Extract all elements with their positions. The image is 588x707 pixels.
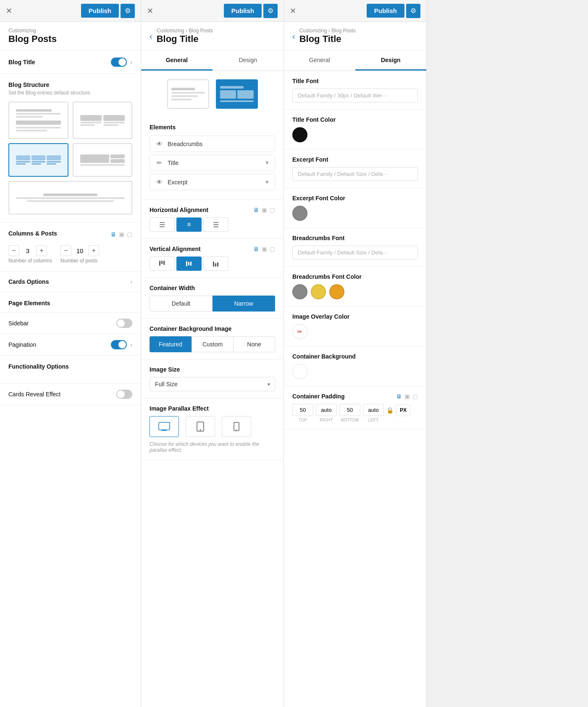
element-title[interactable]: ✏ Title ▼ [150,154,275,171]
parallax-mobile-button[interactable] [222,416,251,437]
panel-1-gear-button[interactable]: ⚙ [121,4,135,18]
excerpt-font-control[interactable]: Default Family / Default Size / Defa··· [292,167,418,181]
padding-mobile-icon[interactable]: ▢ [412,393,418,400]
panel-3-close-icon[interactable]: ✕ [290,7,296,15]
panel-3-publish-button[interactable]: Publish [367,4,404,18]
structure-card-magazine[interactable] [73,143,133,177]
svg-rect-2 [163,261,165,265]
excerpt-color-swatch[interactable] [292,206,307,221]
bg-custom-button[interactable]: Custom [192,336,234,352]
layout-option-list[interactable] [167,79,209,109]
structure-card-wide[interactable] [8,181,132,215]
breadcrumbs-color-swatch-3[interactable] [329,284,344,299]
padding-tablet-icon[interactable]: ▣ [404,393,410,400]
panel-2-breadcrumb: Customizing › Blog Posts [157,28,213,34]
panel-2-close-icon[interactable]: ✕ [147,7,153,15]
panel-2-publish-button[interactable]: Publish [224,4,262,18]
h-align-center-button[interactable]: ≡ [176,217,202,232]
padding-top-input[interactable] [292,404,313,416]
panel-2-back-icon[interactable]: ‹ [150,31,152,41]
element-breadcrumbs[interactable]: 👁 Breadcrumbs [150,136,275,152]
v-align-device-icons: 🖥 ▣ ▢ [253,246,275,252]
padding-right-input[interactable] [316,404,337,416]
cw-default-button[interactable]: Default [150,296,213,312]
structure-card-three-col[interactable] [8,143,68,177]
breadcrumbs-name: Breadcrumbs [168,141,270,147]
tab-design[interactable]: Design [213,51,284,71]
desktop-icon[interactable]: 🖥 [110,231,116,238]
h-align-right-button[interactable]: ☰ [203,217,228,232]
h-align-left-button[interactable]: ☰ [150,217,175,232]
excerpt-font-color-section: Excerpt Font Color [284,188,426,228]
mobile-icon[interactable]: ▢ [127,231,132,238]
v-align-bottom-button[interactable] [203,257,228,271]
breadcrumbs-color-swatch-1[interactable] [292,284,307,299]
tab-general[interactable]: General [141,51,213,71]
image-size-select[interactable]: Full Size Large Medium Thumbnail [150,377,275,391]
padding-lock-icon[interactable]: 🔒 [386,407,394,414]
parallax-tablet-button[interactable] [186,416,215,437]
columns-posts-controls: − 3 + Number of columns − 10 + Number of… [8,242,132,264]
bg-none-button[interactable]: None [234,336,275,352]
h-align-tablet-icon[interactable]: ▣ [262,207,267,213]
v-align-desktop-icon[interactable]: 🖥 [253,246,259,252]
title-font-label: Title Font [292,78,418,84]
parallax-desktop-button[interactable] [150,416,179,437]
layout-option-grid[interactable] [216,79,258,109]
tablet-icon[interactable]: ▣ [119,231,124,238]
panel-1-close-icon[interactable]: ✕ [6,7,12,15]
tab-3-general[interactable]: General [284,51,355,71]
panel-3-back-icon[interactable]: ‹ [292,31,295,41]
breadcrumbs-color-swatch-2[interactable] [311,284,326,299]
blog-title-chevron[interactable]: › [130,59,132,65]
element-excerpt[interactable]: 👁 Excerpt ▼ [150,174,275,190]
posts-decrement[interactable]: − [60,245,71,256]
cards-reveal-row: Cards Reveal Effect [0,384,141,405]
v-align-middle-button[interactable] [176,257,202,271]
image-parallax-label: Image Parallax Effect [150,405,275,412]
cards-options-row[interactable]: Cards Options › [0,272,141,292]
cw-narrow-button[interactable]: Narrow [213,296,275,312]
pagination-toggle[interactable] [111,340,127,349]
structure-preview-three-col [13,153,63,167]
title-name: Title [168,160,260,166]
posts-increment[interactable]: + [88,245,99,256]
pagination-chevron[interactable]: › [130,341,132,348]
padding-bottom-input[interactable] [339,404,360,416]
panel-2-gear-button[interactable]: ⚙ [263,4,278,18]
sidebar-toggle[interactable] [116,319,132,328]
title-font-control[interactable]: Default Family / 30px / Default Wei··· [292,89,418,102]
structure-card-list[interactable] [8,102,68,139]
v-align-tablet-icon[interactable]: ▣ [262,246,267,252]
image-overlay-color-row: ✏ [292,324,418,339]
tab-3-design[interactable]: Design [355,51,427,71]
elements-section: Elements 👁 Breadcrumbs ✏ Title ▼ 👁 Excer… [141,117,284,200]
vertical-alignment-section: Vertical Alignment 🖥 ▣ ▢ [141,239,284,278]
structure-card-two-col[interactable] [73,102,133,139]
title-color-swatch[interactable] [292,127,307,142]
v-align-mobile-icon[interactable]: ▢ [270,246,275,252]
blog-structure-section: Blog Structure Set the Blog entries defa… [0,74,141,223]
svg-point-12 [200,429,201,431]
padding-left-input[interactable] [363,404,384,416]
title-font-section: Title Font Default Family / 30px / Defau… [284,71,426,110]
columns-increment[interactable]: + [36,245,47,256]
panel-3-gear-button[interactable]: ⚙ [406,4,420,18]
h-align-mobile-icon[interactable]: ▢ [270,207,275,213]
columns-decrement[interactable]: − [8,245,19,256]
columns-value: 3 [23,247,33,254]
horizontal-alignment-section: Horizontal Alignment 🖥 ▣ ▢ ☰ ≡ ☰ [141,200,284,239]
image-overlay-color-swatch[interactable]: ✏ [292,324,307,339]
padding-desktop-icon[interactable]: 🖥 [396,393,402,400]
panel-1-publish-button[interactable]: Publish [81,4,119,18]
breadcrumbs-font-control[interactable]: Default Family / Default Size / Defa··· [292,246,418,259]
breadcrumbs-eye-icon: 👁 [155,140,163,147]
blog-title-toggle[interactable] [111,58,127,67]
v-align-top-button[interactable] [150,257,175,271]
panel-2-body: Elements 👁 Breadcrumbs ✏ Title ▼ 👁 Excer… [141,71,284,707]
container-background-swatch[interactable] [292,364,307,379]
h-align-desktop-icon[interactable]: 🖥 [253,207,259,213]
bg-featured-button[interactable]: Featured [150,336,192,352]
container-background-row [292,364,418,379]
cards-reveal-toggle[interactable] [116,390,132,399]
